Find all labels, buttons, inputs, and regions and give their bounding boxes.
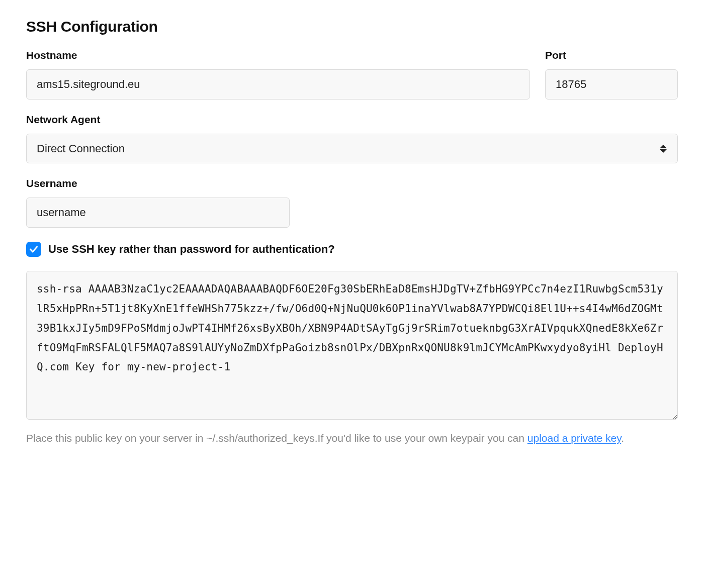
ssh-public-key-textarea[interactable]: ssh-rsa AAAAB3NzaC1yc2EAAAADAQABAAABAQDF… (26, 271, 678, 420)
username-input[interactable] (26, 198, 290, 228)
use-ssh-key-label: Use SSH key rather than password for aut… (48, 243, 335, 256)
hostname-label: Hostname (26, 49, 530, 61)
help-text: Place this public key on your server in … (26, 430, 678, 446)
port-input[interactable] (545, 69, 678, 100)
help-text-after: . (621, 432, 624, 444)
username-label: Username (26, 177, 290, 189)
port-label: Port (545, 49, 678, 61)
use-ssh-key-checkbox[interactable] (26, 242, 41, 257)
help-text-before: Place this public key on your server in … (26, 432, 527, 444)
upload-private-key-link[interactable]: upload a private key (527, 432, 621, 444)
section-title: SSH Configuration (26, 18, 678, 35)
hostname-input[interactable] (26, 69, 530, 100)
network-agent-select[interactable]: Direct Connection (26, 134, 678, 163)
check-icon (29, 244, 39, 254)
network-agent-label: Network Agent (26, 114, 678, 126)
